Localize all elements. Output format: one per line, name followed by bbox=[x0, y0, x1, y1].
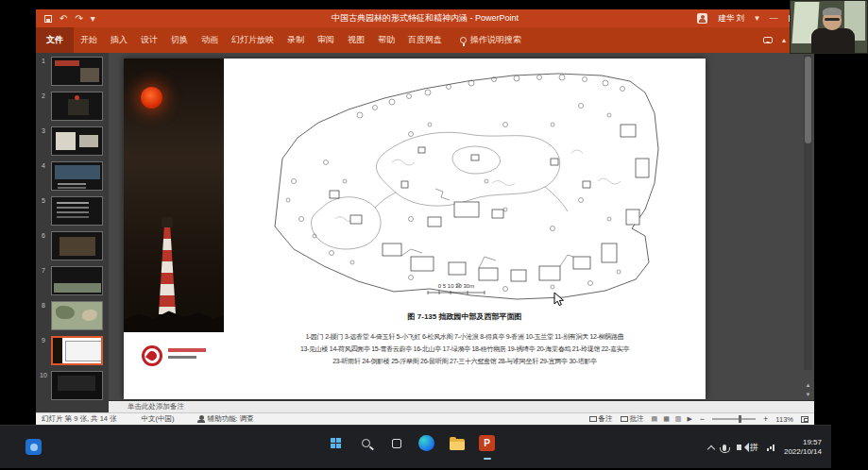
file-explorer-button[interactable] bbox=[446, 432, 468, 454]
slide-thumbnail-image bbox=[51, 161, 103, 191]
slide-thumbnail-image bbox=[51, 92, 103, 121]
accessibility-status[interactable]: 辅助功能: 调查 bbox=[208, 414, 254, 424]
slide-thumbnail-image bbox=[51, 231, 103, 260]
previous-slide-button[interactable]: ▲ bbox=[806, 382, 811, 388]
ribbon-tab-file[interactable]: 文件 bbox=[36, 27, 74, 53]
slide-thumbnail-3[interactable]: 3 bbox=[36, 126, 109, 156]
minimize-button[interactable]: — bbox=[770, 14, 778, 23]
customize-qat-chevron-icon[interactable]: ▾ bbox=[91, 14, 95, 24]
slide-thumbnail-4[interactable]: 4 bbox=[36, 161, 109, 191]
accessibility-icon bbox=[199, 415, 204, 420]
ribbon-tab-review[interactable]: 审阅 bbox=[311, 27, 341, 53]
redo-icon[interactable]: ↷ bbox=[75, 14, 82, 24]
notes-button[interactable]: 备注 bbox=[589, 414, 613, 424]
powerpoint-taskbar-button[interactable]: P bbox=[476, 432, 498, 454]
ribbon-tab-help[interactable]: 帮助 bbox=[371, 27, 401, 53]
plan-legend: 1-园门 2-腰门 3-远香堂 4-倚玉轩 5-小飞虹 6-松风水阁 7-小沧浪… bbox=[224, 330, 706, 367]
tray-time: 19:57 bbox=[784, 438, 822, 447]
slide-number: 7 bbox=[36, 266, 51, 274]
slide-thumbnail-8[interactable]: 8 bbox=[36, 301, 109, 330]
slide-sorter-button[interactable]: ▦ bbox=[663, 415, 670, 423]
slide-canvas[interactable]: 0 5 10 20 30m 图 7-135 拙政园中部及西部平面图 1-园门 2… bbox=[124, 59, 706, 399]
edge-browser-button[interactable] bbox=[416, 432, 437, 454]
zoom-in-button[interactable]: + bbox=[763, 414, 768, 424]
slide-number: 10 bbox=[36, 371, 51, 378]
ribbon-tab-record[interactable]: 录制 bbox=[281, 27, 311, 53]
zoom-slider-thumb[interactable] bbox=[739, 415, 741, 423]
slide-position: 幻灯片 第 9 张, 共 14 张 bbox=[42, 414, 117, 424]
ribbon-tab-animations[interactable]: 动画 bbox=[195, 27, 225, 53]
language-indicator[interactable]: 中文(中国) bbox=[142, 414, 175, 424]
vertical-scrollbar[interactable] bbox=[804, 55, 812, 370]
ribbon-tab-bar: 文件 开始 插入 设计 切换 动画 幻灯片放映 录制 审阅 视图 帮助 百度网盘… bbox=[36, 27, 814, 53]
slide-thumbnail-image bbox=[51, 126, 103, 156]
slideshow-button[interactable]: ▶ bbox=[687, 415, 691, 423]
next-slide-button[interactable]: ▼ bbox=[806, 392, 811, 397]
powerpoint-window: ↶ ↷ ▾ 中国古典园林的形式特征和精神内涵 - PowerPoint 建华 刘… bbox=[36, 9, 814, 425]
microphone-icon[interactable] bbox=[723, 445, 726, 451]
lighthouse-lantern bbox=[162, 217, 173, 227]
ribbon-tab-design[interactable]: 设计 bbox=[134, 27, 164, 53]
network-icon[interactable] bbox=[767, 445, 775, 451]
start-button[interactable] bbox=[325, 432, 347, 454]
zoom-level[interactable]: 113% bbox=[775, 415, 793, 424]
ribbon-tab-insert[interactable]: 插入 bbox=[104, 27, 134, 53]
undo-icon[interactable]: ↶ bbox=[60, 14, 67, 24]
ime-indicator[interactable]: 拼 bbox=[750, 442, 758, 454]
search-button[interactable] bbox=[355, 432, 377, 454]
ribbon-display-options-icon[interactable]: ▾ bbox=[755, 14, 759, 23]
slide-thumbnail-9-selected[interactable]: 9 bbox=[36, 336, 109, 365]
clock[interactable]: 19:57 2022/10/14 bbox=[784, 438, 822, 458]
slide-thumbnail-7[interactable]: 7 bbox=[36, 266, 109, 295]
task-view-button[interactable] bbox=[385, 432, 407, 454]
plan-scale-label: 0 5 10 20 30m bbox=[438, 283, 474, 289]
slide-thumbnail-5[interactable]: 5 bbox=[36, 196, 109, 226]
slide-thumbnail-2[interactable]: 2 bbox=[36, 92, 109, 121]
ribbon-tab-view[interactable]: 视图 bbox=[341, 27, 371, 53]
tell-me-search[interactable]: 操作说明搜索 bbox=[460, 34, 521, 46]
reading-view-button[interactable]: ▥ bbox=[675, 415, 682, 423]
comment-icon bbox=[621, 416, 628, 422]
red-sun bbox=[141, 87, 162, 109]
ribbon-collapse-icon[interactable]: ▴ bbox=[782, 36, 786, 44]
slide-thumbnail-6[interactable]: 6 bbox=[36, 231, 109, 260]
status-bar: 幻灯片 第 9 张, 共 14 张 中文(中国) 辅助功能: 调查 备注 批注 … bbox=[36, 412, 814, 425]
lighthouse bbox=[159, 227, 176, 314]
speaker-icon[interactable] bbox=[737, 445, 741, 450]
taskbar-left-app-icon[interactable] bbox=[26, 439, 42, 455]
active-app-indicator bbox=[484, 458, 491, 461]
garden-plan-drawing: 0 5 10 20 30m bbox=[269, 68, 680, 302]
save-icon[interactable] bbox=[44, 15, 52, 23]
meeting-video-overlay[interactable] bbox=[790, 0, 868, 54]
ribbon-tab-home[interactable]: 开始 bbox=[74, 27, 104, 53]
edge-icon bbox=[418, 435, 434, 451]
slide-thumbnail-10[interactable]: 10 bbox=[36, 371, 109, 400]
comments-button[interactable]: 批注 bbox=[621, 414, 644, 424]
tray-expand-chevron-icon[interactable] bbox=[707, 445, 715, 452]
notes-icon bbox=[589, 416, 597, 422]
sunset-lighthouse-photo bbox=[124, 59, 224, 332]
powerpoint-icon: P bbox=[479, 435, 495, 451]
taskbar: P 拼 19:57 2022/10/14 bbox=[0, 425, 831, 468]
scrollbar-thumb[interactable] bbox=[805, 57, 811, 143]
ribbon-tab-transitions[interactable]: 切换 bbox=[164, 27, 195, 53]
comments-icon[interactable] bbox=[763, 37, 773, 43]
slide-number: 6 bbox=[36, 231, 51, 239]
zoom-out-button[interactable]: − bbox=[700, 414, 705, 424]
slide-thumbnail-1[interactable]: 1 bbox=[36, 57, 109, 86]
user-avatar[interactable] bbox=[697, 13, 707, 24]
task-view-icon bbox=[392, 439, 401, 448]
ribbon-tab-slideshow[interactable]: 幻灯片放映 bbox=[225, 27, 281, 53]
fit-to-window-button[interactable] bbox=[801, 416, 808, 423]
normal-view-button[interactable]: ▤ bbox=[652, 415, 658, 423]
slide-thumbnail-image bbox=[51, 301, 103, 330]
slide-thumbnail-image bbox=[51, 57, 103, 86]
title-bar: ↶ ↷ ▾ 中国古典园林的形式特征和精神内涵 - PowerPoint 建华 刘… bbox=[36, 9, 814, 27]
notes-pane[interactable]: 单击此处添加备注 bbox=[109, 400, 814, 412]
legend-line-1: 1-园门 2-腰门 3-远香堂 4-倚玉轩 5-小飞虹 6-松风水阁 7-小沧浪… bbox=[224, 330, 706, 343]
slide-editing-area: 0 5 10 20 30m 图 7-135 拙政园中部及西部平面图 1-园门 2… bbox=[109, 53, 814, 400]
zoom-slider[interactable] bbox=[712, 418, 756, 420]
user-name[interactable]: 建华 刘 bbox=[718, 13, 744, 25]
ribbon-tab-baidu-netdisk[interactable]: 百度网盘 bbox=[401, 27, 449, 53]
search-icon bbox=[362, 439, 370, 447]
